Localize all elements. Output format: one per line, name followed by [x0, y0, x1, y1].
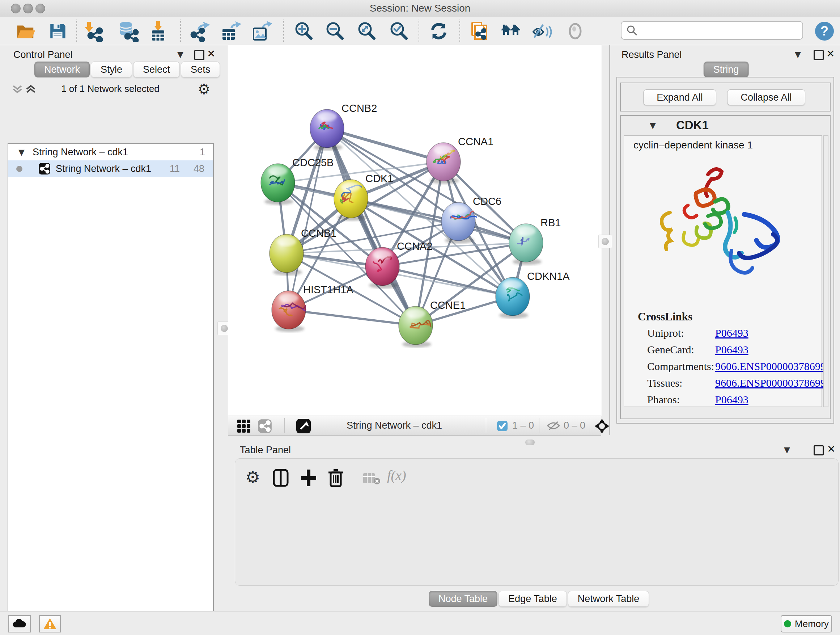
node-label: CDC6	[473, 195, 501, 207]
hidden-eye-slash-icon	[546, 420, 561, 431]
memory-button[interactable]: Memory	[781, 615, 832, 632]
network-share-icon-disabled[interactable]	[257, 419, 272, 433]
crosslink-label: Pharos:	[647, 394, 680, 406]
current-network-dot-icon	[16, 166, 22, 172]
network-from-file-button[interactable]	[468, 19, 491, 43]
collection-caret-icon[interactable]: ▼	[19, 148, 25, 157]
inactive-eye-icon	[564, 20, 586, 42]
import-network-file-button[interactable]	[82, 19, 105, 43]
panel-menu-caret-icon[interactable]: ▼	[784, 445, 790, 454]
help-button[interactable]: ?	[813, 19, 836, 43]
show-columns-icon[interactable]	[273, 469, 289, 487]
export-image-button[interactable]	[249, 19, 273, 43]
birdseye-view-icon[interactable]	[296, 418, 311, 434]
gene-header[interactable]: ▼ CDK1	[621, 116, 830, 135]
zoom-in-button[interactable]	[292, 19, 316, 43]
node-label: CCNE1	[430, 299, 466, 311]
panel-close-button[interactable]: ✕	[826, 48, 835, 60]
netbar-divider	[284, 418, 285, 433]
selected-node-edge-counts: 1 – 0	[512, 420, 534, 431]
toolbar-divider	[180, 19, 181, 42]
collection-label: String Network – cdk1	[33, 147, 128, 158]
control-panel: Control Panel ▼ ✕ Network Style Select S…	[0, 45, 221, 611]
pan-crosshair-icon[interactable]	[595, 419, 609, 433]
panel-float-button[interactable]	[813, 445, 824, 457]
network-edge-count: 48	[194, 163, 204, 174]
zoom-selected-button[interactable]	[387, 19, 411, 43]
network-options-gear-icon[interactable]: ⚙	[197, 82, 210, 96]
grid-view-icon[interactable]	[237, 419, 251, 433]
crosslink-compartments-link[interactable]: 9606.ENSP00000378699	[715, 360, 826, 372]
cloud-status-button[interactable]	[8, 615, 31, 632]
open-session-button[interactable]	[14, 19, 37, 43]
expand-all-button[interactable]: Expand All	[643, 89, 716, 105]
export-network-icon	[189, 20, 210, 42]
float-icon	[194, 50, 204, 60]
tab-style[interactable]: Style	[91, 62, 132, 78]
tab-edge-table[interactable]: Edge Table	[499, 591, 567, 607]
node-label: CCNA2	[397, 241, 432, 252]
network-label: String Network – cdk1	[56, 163, 151, 174]
crosslink-label: GeneCard:	[647, 344, 694, 356]
houses-icon	[500, 20, 522, 42]
tab-string[interactable]: String	[704, 62, 749, 78]
table-options-gear-icon[interactable]: ⚙	[245, 469, 260, 486]
network-canvas[interactable]: CCNB2CCNA1CDC25BCDK1CDC6RB1CCNB1CCNA2CDK…	[228, 45, 602, 416]
search-field[interactable]	[621, 21, 803, 40]
cytoscape-window: Session: New Session	[0, 0, 840, 635]
save-floppy-icon	[48, 21, 67, 41]
search-input[interactable]	[641, 25, 802, 36]
delete-column-trash-icon[interactable]	[328, 468, 344, 487]
export-table-button[interactable]	[219, 19, 242, 43]
panel-menu-caret-icon[interactable]: ▼	[795, 50, 801, 59]
network-node-count: 11	[170, 163, 180, 174]
crosslink-tissues-link[interactable]: 9606.ENSP00000378699	[715, 377, 826, 389]
hidden-node-edge-counts: 0 – 0	[564, 420, 585, 431]
tab-sets[interactable]: Sets	[181, 62, 220, 78]
panel-close-button[interactable]: ✕	[207, 48, 215, 60]
home-networks-button[interactable]	[500, 19, 523, 43]
import-database-icon	[118, 20, 139, 42]
crosslink-pharos-link[interactable]: P06493	[715, 394, 748, 406]
tab-network[interactable]: Network	[34, 62, 90, 78]
import-table-file-button[interactable]	[147, 19, 170, 43]
crosslink-genecard-link[interactable]: P06493	[715, 344, 748, 356]
tab-node-table[interactable]: Node Table	[429, 591, 497, 607]
netbar-divider	[539, 418, 539, 433]
delete-table-icon-disabled	[363, 472, 381, 485]
collapse-all-button[interactable]: Collapse All	[727, 89, 805, 105]
export-network-button[interactable]	[188, 19, 211, 43]
panel-float-button[interactable]	[194, 50, 204, 62]
toolbar-divider	[459, 19, 460, 42]
save-session-button[interactable]	[46, 19, 69, 43]
window-title: Session: New Session	[0, 3, 840, 14]
selected-checkbox-icon[interactable]	[497, 420, 508, 432]
panel-float-button[interactable]	[813, 50, 824, 62]
results-scrollbar[interactable]	[823, 135, 829, 407]
show-hidden-button[interactable]	[564, 19, 587, 43]
add-column-icon[interactable]	[300, 469, 317, 487]
panel-close-button[interactable]: ✕	[827, 443, 835, 455]
right-splitter-handle[interactable]	[598, 234, 612, 249]
panel-menu-caret-icon[interactable]: ▼	[177, 50, 183, 59]
warnings-button[interactable]	[39, 615, 61, 632]
network-graph[interactable]: CCNB2CCNA1CDC25BCDK1CDC6RB1CCNB1CCNA2CDK…	[228, 45, 602, 416]
main-toolbar: ?	[0, 17, 840, 45]
tab-select[interactable]: Select	[133, 62, 180, 78]
zoom-out-button[interactable]	[324, 19, 347, 43]
gene-expander-caret-icon[interactable]: ▼	[650, 121, 656, 130]
results-panel: Results Panel ▼ ✕ String Expand All Coll…	[612, 45, 840, 436]
export-table-icon	[219, 20, 241, 42]
open-folder-icon	[15, 21, 36, 42]
network-tree: ▼ String Network – cdk1 1 String Network…	[8, 143, 214, 635]
network-row-selected[interactable]: String Network – cdk1 11 48	[8, 160, 213, 177]
refresh-button[interactable]	[427, 19, 450, 43]
tab-network-table[interactable]: Network Table	[568, 591, 649, 607]
zoom-fit-button[interactable]	[355, 19, 378, 43]
crosslink-uniprot-link[interactable]: P06493	[715, 327, 748, 339]
hide-unhide-button[interactable]	[531, 19, 554, 43]
network-collection-row[interactable]: ▼ String Network – cdk1 1	[8, 144, 213, 160]
import-network-database-button[interactable]	[117, 19, 140, 43]
table-container: ⚙ f(x) shared name name canonical name d…	[235, 458, 838, 586]
memory-ok-dot-icon	[784, 620, 791, 627]
